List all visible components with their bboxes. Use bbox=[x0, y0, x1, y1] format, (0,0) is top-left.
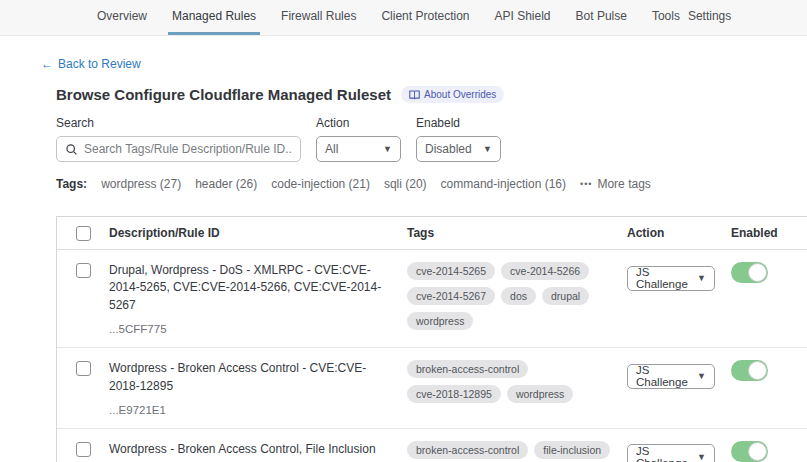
chevron-down-icon: ▼ bbox=[383, 144, 392, 154]
select-all-checkbox[interactable] bbox=[76, 226, 91, 241]
table-row: Drupal, Wordpress - DoS - XMLRPC - CVE:C… bbox=[57, 250, 807, 348]
book-icon bbox=[409, 90, 420, 100]
chevron-down-icon: ▼ bbox=[483, 144, 492, 154]
tag-pill: drupal bbox=[542, 287, 589, 305]
action-filter-group: Action All ▼ bbox=[316, 116, 401, 162]
action-select[interactable]: JS Challenge▼ bbox=[627, 364, 715, 389]
search-field-group: Search bbox=[56, 116, 301, 162]
tag-pill: wordpress bbox=[407, 312, 473, 330]
tag-pill: cve-2014-5267 bbox=[407, 287, 495, 305]
main-content: ← Back to Review Browse Configure Cloudf… bbox=[0, 36, 807, 462]
back-to-review-link[interactable]: ← Back to Review bbox=[41, 57, 141, 71]
tag-filter-row: Tags: wordpress (27)header (26)code-inje… bbox=[56, 177, 785, 191]
action-select-value: JS Challenge bbox=[636, 266, 697, 290]
enabled-toggle[interactable] bbox=[731, 441, 768, 462]
top-navigation: OverviewManaged RulesFirewall RulesClien… bbox=[0, 0, 807, 36]
rule-tags: broken-access-controlcve-2018-12895wordp… bbox=[407, 348, 627, 428]
table-row: Wordpress - Broken Access Control - CVE:… bbox=[57, 348, 807, 429]
action-label: Action bbox=[316, 116, 401, 130]
rule-description: Drupal, Wordpress - DoS - XMLRPC - CVE:C… bbox=[109, 262, 407, 314]
rule-id: ...E9721E1 bbox=[109, 404, 407, 416]
search-icon bbox=[65, 143, 78, 156]
search-label: Search bbox=[56, 116, 301, 130]
nav-tabs: OverviewManaged RulesFirewall RulesClien… bbox=[93, 0, 684, 35]
tab-api-shield[interactable]: API Shield bbox=[490, 0, 554, 35]
enabled-toggle[interactable] bbox=[731, 360, 768, 381]
rule-tags: broken-access-controlfile-inclusionwordp… bbox=[407, 429, 627, 462]
action-select-value: JS Challenge bbox=[636, 364, 697, 388]
search-box[interactable] bbox=[56, 136, 301, 162]
search-input[interactable] bbox=[84, 142, 292, 156]
tag-pill: cve-2014-5265 bbox=[407, 262, 495, 280]
tag-filter-item[interactable]: wordpress (27) bbox=[101, 177, 181, 191]
badge-label: About Overrides bbox=[424, 89, 496, 100]
page-title: Browse Configure Cloudflare Managed Rule… bbox=[56, 86, 391, 103]
column-enabled: Enabled bbox=[731, 226, 807, 240]
arrow-left-icon: ← bbox=[41, 57, 53, 71]
tag-pill: broken-access-control bbox=[407, 360, 528, 378]
table-row: Wordpress - Broken Access Control, File … bbox=[57, 429, 807, 462]
tag-pill: cve-2014-5266 bbox=[501, 262, 589, 280]
enabled-toggle[interactable] bbox=[731, 262, 768, 283]
action-select[interactable]: JS Challenge▼ bbox=[627, 266, 715, 291]
column-action: Action bbox=[627, 226, 731, 240]
chevron-down-icon: ▼ bbox=[697, 371, 706, 381]
tab-bot-pulse[interactable]: Bot Pulse bbox=[572, 0, 631, 35]
toggle-knob bbox=[748, 442, 767, 461]
tag-pill: dos bbox=[501, 287, 536, 305]
action-select[interactable]: JS Challenge▼ bbox=[627, 444, 715, 462]
tags-label: Tags: bbox=[56, 177, 87, 191]
table-header: Description/Rule ID Tags Action Enabled bbox=[57, 217, 807, 250]
column-description: Description/Rule ID bbox=[109, 226, 407, 240]
enabled-filter-value: Disabled bbox=[425, 142, 472, 156]
chevron-down-icon: ▼ bbox=[697, 273, 706, 283]
rules-table: Description/Rule ID Tags Action Enabled … bbox=[56, 216, 807, 462]
row-checkbox[interactable] bbox=[76, 263, 91, 278]
back-link-label: Back to Review bbox=[58, 57, 141, 71]
rule-tags: cve-2014-5265cve-2014-5266cve-2014-5267d… bbox=[407, 250, 627, 347]
tag-pill: wordpress bbox=[507, 385, 573, 403]
action-filter-select[interactable]: All ▼ bbox=[316, 136, 401, 162]
action-filter-value: All bbox=[325, 142, 338, 156]
enabled-filter-group: Enabeld Disabled ▼ bbox=[416, 116, 501, 162]
tag-filter-item[interactable]: code-injection (21) bbox=[271, 177, 370, 191]
tag-pill: broken-access-control bbox=[407, 441, 528, 459]
more-tags-label: More tags bbox=[597, 177, 650, 191]
table-body: Drupal, Wordpress - DoS - XMLRPC - CVE:C… bbox=[57, 250, 807, 462]
about-overrides-badge[interactable]: About Overrides bbox=[401, 86, 504, 103]
tab-tools[interactable]: Tools bbox=[648, 0, 684, 35]
enabled-label: Enabeld bbox=[416, 116, 501, 130]
tag-filter-item[interactable]: command-injection (16) bbox=[441, 177, 566, 191]
enabled-filter-select[interactable]: Disabled ▼ bbox=[416, 136, 501, 162]
ellipsis-icon: ••• bbox=[580, 179, 592, 189]
column-tags: Tags bbox=[407, 226, 627, 240]
action-select-value: JS Challenge bbox=[636, 445, 697, 462]
tag-pill: file-inclusion bbox=[534, 441, 610, 459]
tag-filter-items: wordpress (27)header (26)code-injection … bbox=[101, 177, 566, 191]
tab-managed-rules[interactable]: Managed Rules bbox=[168, 0, 260, 35]
row-checkbox[interactable] bbox=[76, 442, 91, 457]
rule-description: Wordpress - Broken Access Control - CVE:… bbox=[109, 360, 407, 395]
tab-firewall-rules[interactable]: Firewall Rules bbox=[277, 0, 360, 35]
row-checkbox[interactable] bbox=[76, 361, 91, 376]
tag-filter-item[interactable]: sqli (20) bbox=[384, 177, 427, 191]
rule-description: Wordpress - Broken Access Control, File … bbox=[109, 441, 407, 458]
tab-settings[interactable]: Settings bbox=[684, 0, 735, 35]
more-tags-button[interactable]: ••• More tags bbox=[580, 177, 651, 191]
tag-pill: cve-2018-12895 bbox=[407, 385, 501, 403]
tag-filter-item[interactable]: header (26) bbox=[195, 177, 257, 191]
chevron-down-icon: ▼ bbox=[697, 452, 706, 462]
tab-client-protection[interactable]: Client Protection bbox=[377, 0, 473, 35]
toggle-knob bbox=[748, 361, 767, 380]
rule-id: ...5CFF775 bbox=[109, 323, 407, 335]
toggle-knob bbox=[748, 263, 767, 282]
tab-overview[interactable]: Overview bbox=[93, 0, 151, 35]
